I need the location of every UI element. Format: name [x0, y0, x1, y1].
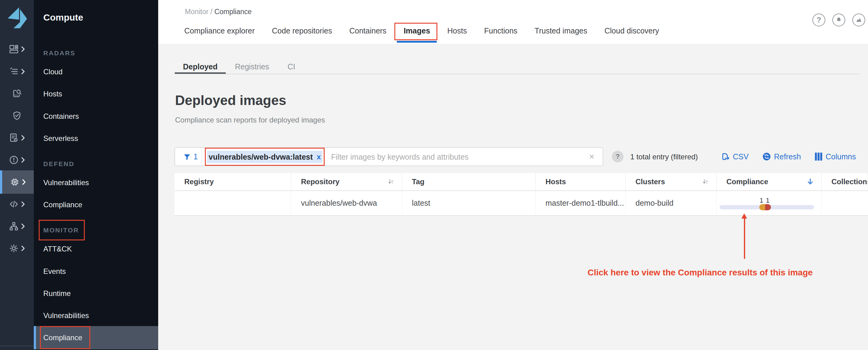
subtab-ci[interactable]: CI — [278, 59, 304, 74]
sidebar-item-defend-vulnerabilities[interactable]: Vulnerabilities — [43, 177, 89, 189]
tab-functions[interactable]: Functions — [484, 18, 517, 44]
cell-tag: latest — [402, 191, 536, 216]
sort-both-icon — [387, 178, 395, 186]
rail-item-serverless[interactable] — [0, 127, 34, 149]
chevron-right-icon — [21, 46, 26, 53]
filter-input[interactable] — [331, 148, 584, 166]
column-header-tag[interactable]: Tag — [402, 173, 536, 191]
sidebar-item-attack[interactable]: ATT&CK — [43, 243, 72, 255]
rail-item-policies[interactable] — [0, 61, 34, 83]
cell-compliance: 1 1 — [717, 191, 822, 216]
refresh-icon — [762, 152, 771, 161]
breadcrumb-section[interactable]: Monitor — [185, 8, 209, 15]
rail-bottom-divider — [0, 346, 34, 346]
compliance-count-high: 1 — [760, 196, 763, 204]
column-header-registry[interactable]: Registry — [175, 173, 291, 191]
document-check-icon — [9, 133, 19, 143]
filter-divider — [202, 148, 202, 165]
tab-compliance-explorer[interactable]: Compliance explorer — [184, 18, 255, 44]
breadcrumb-page: Compliance — [214, 8, 252, 15]
image-scope-subtabs: Deployed Registries CI — [175, 59, 304, 74]
compliance-segment-orange — [759, 204, 765, 210]
shield-check-icon — [12, 110, 22, 121]
rail-item-search[interactable] — [0, 83, 34, 105]
clear-filter-icon[interactable]: × — [589, 151, 595, 162]
csv-button[interactable]: CSV — [721, 151, 748, 162]
sort-both-icon — [702, 178, 710, 186]
icon-rail — [0, 0, 34, 350]
section-label-defend: DEFEND — [43, 158, 74, 170]
network-icon — [9, 221, 19, 231]
cell-registry — [175, 191, 291, 216]
topbar-icons: ? — [812, 13, 865, 26]
document-search-icon — [12, 88, 22, 99]
csv-label: CSV — [733, 152, 748, 161]
tab-containers[interactable]: Containers — [349, 18, 386, 44]
tab-images[interactable]: Images — [404, 18, 430, 44]
columns-button[interactable]: Columns — [814, 151, 856, 162]
sort-desc-icon — [806, 178, 814, 186]
breadcrumb: Monitor / Compliance — [185, 8, 252, 16]
column-header-clusters[interactable]: Clusters — [626, 173, 717, 191]
sidebar-item-defend-compliance[interactable]: Compliance — [43, 199, 82, 211]
cell-repository: vulnerables/web-dvwa — [291, 191, 402, 216]
compliance-segment-red — [765, 204, 771, 210]
sidebar-item-hosts[interactable]: Hosts — [43, 88, 62, 100]
annotation-text: Click here to view the Compliance result… — [588, 268, 813, 278]
subtab-registries[interactable]: Registries — [226, 59, 278, 74]
sidebar-item-events[interactable]: Events — [43, 265, 66, 278]
column-label: Hosts — [546, 178, 566, 186]
tab-cloud-discovery[interactable]: Cloud discovery — [604, 18, 659, 44]
sidebar-item-cloud[interactable]: Cloud — [43, 66, 63, 78]
chip-remove-icon[interactable]: x — [317, 153, 321, 161]
filter-funnel-icon — [183, 153, 191, 161]
page-subtitle: Compliance scan reports for deployed ima… — [175, 116, 325, 124]
help-icon[interactable]: ? — [812, 13, 825, 26]
column-header-hosts[interactable]: Hosts — [536, 173, 626, 191]
column-header-repository[interactable]: Repository — [291, 173, 402, 191]
filter-chip-label: vulnerables/web-dvwa:latest — [209, 153, 313, 161]
sidebar-item-runtime[interactable]: Runtime — [43, 287, 71, 300]
rail-item-radars[interactable] — [0, 38, 34, 60]
tab-hosts[interactable]: Hosts — [447, 18, 467, 44]
chevron-right-icon — [22, 179, 26, 185]
rail-item-monitor-active[interactable] — [0, 170, 34, 194]
total-entries: 1 total entry (filtered) — [630, 153, 698, 161]
rail-item-code[interactable] — [0, 193, 34, 215]
column-label: Registry — [184, 178, 214, 186]
column-header-compliance[interactable]: Compliance — [717, 173, 822, 191]
sidebar-item-serverless[interactable]: Serverless — [43, 132, 78, 145]
stats-icon[interactable] — [852, 13, 865, 26]
column-header-collections[interactable]: Collections — [822, 173, 868, 191]
chevron-right-icon — [21, 134, 26, 141]
page-title: Deployed images — [175, 93, 286, 108]
prisma-compute-logo[interactable] — [7, 5, 27, 29]
compliance-bar-segments — [759, 204, 771, 210]
columns-icon — [814, 152, 823, 161]
tab-code-repositories[interactable]: Code repositories — [272, 18, 332, 44]
filter-chip[interactable]: vulnerables/web-dvwa:latest x — [207, 151, 322, 163]
rail-item-settings[interactable] — [0, 237, 34, 259]
sidebar-item-monitor-compliance-active[interactable]: Compliance — [34, 326, 158, 349]
subtab-deployed[interactable]: Deployed — [175, 59, 226, 74]
sidebar-item-containers[interactable]: Containers — [43, 110, 79, 123]
section-label-monitor: MONITOR — [43, 224, 79, 236]
main-tabs: Compliance explorer Code repositories Co… — [184, 18, 659, 44]
sidebar-item-monitor-vulnerabilities[interactable]: Vulnerabilities — [43, 310, 89, 322]
chevron-right-icon — [21, 201, 26, 208]
bell-icon[interactable] — [832, 13, 845, 26]
compliance-bar-labels: 1 1 — [760, 196, 770, 204]
filter-help-icon[interactable]: ? — [612, 151, 623, 162]
filter-count: 1 — [193, 152, 198, 161]
refresh-button[interactable]: Refresh — [762, 151, 801, 162]
compliance-bar[interactable]: 1 1 — [720, 191, 814, 215]
rail-item-network[interactable] — [0, 215, 34, 237]
tab-trusted-images[interactable]: Trusted images — [535, 18, 587, 44]
breadcrumb-separator: / — [209, 8, 214, 15]
csv-export-icon — [721, 152, 730, 161]
chevron-right-icon — [21, 223, 26, 230]
rail-item-defend[interactable] — [0, 105, 34, 127]
columns-label: Columns — [826, 152, 856, 161]
dashboard-icon — [9, 44, 19, 54]
rail-item-alerts[interactable] — [0, 149, 34, 171]
